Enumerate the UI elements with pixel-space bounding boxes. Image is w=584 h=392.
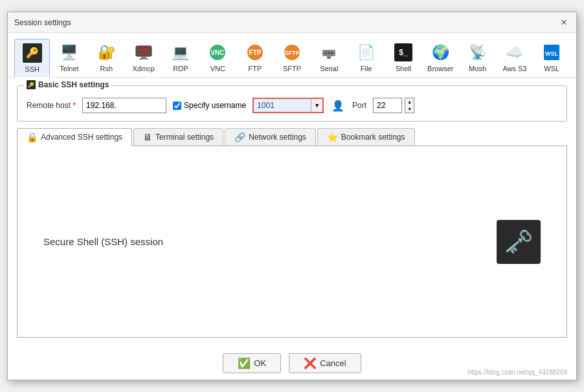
port-container: ▲ ▼ bbox=[373, 98, 414, 113]
tab-network[interactable]: 🔗 Network settings bbox=[225, 128, 316, 146]
protocol-awss3[interactable]: ☁️ Aws S3 bbox=[497, 38, 532, 77]
serial-icon bbox=[319, 42, 339, 63]
user-manager-btn[interactable]: 👤 bbox=[330, 98, 346, 113]
protocol-serial-label: Serial bbox=[320, 65, 338, 72]
port-increment-btn[interactable]: ▲ bbox=[405, 98, 414, 105]
username-dropdown-btn[interactable]: ▼ bbox=[311, 98, 324, 113]
svg-point-13 bbox=[328, 52, 330, 54]
wsl-icon: WSL bbox=[541, 42, 562, 63]
svg-point-12 bbox=[324, 52, 327, 54]
protocol-mosh[interactable]: 📡 Mosh bbox=[460, 38, 495, 77]
port-input[interactable] bbox=[373, 98, 402, 113]
protocol-telnet-label: Telnet bbox=[60, 65, 78, 72]
cancel-icon: ❌ bbox=[304, 357, 317, 369]
tab-bookmark[interactable]: ⭐ Bookmark settings bbox=[317, 128, 415, 146]
port-label: Port bbox=[352, 101, 366, 110]
port-decrement-btn[interactable]: ▼ bbox=[405, 105, 414, 113]
svg-text:SFTP: SFTP bbox=[284, 50, 299, 56]
file-icon: 📄 bbox=[356, 42, 377, 63]
protocol-rsh-label: Rsh bbox=[100, 65, 113, 72]
protocol-wsl[interactable]: WSL WSL bbox=[534, 38, 570, 77]
rsh-icon: 🔐 bbox=[96, 42, 117, 63]
protocol-sftp-label: SFTP bbox=[283, 65, 301, 72]
svg-text:VNC: VNC bbox=[211, 49, 225, 56]
basic-settings-title: 🔑 Basic SSH settings bbox=[24, 80, 111, 89]
protocol-awss3-label: Aws S3 bbox=[502, 65, 526, 72]
dialog-content: 🔑 Basic SSH settings Remote host * Speci… bbox=[8, 78, 576, 345]
protocol-ssh[interactable]: 🔑 SSH bbox=[14, 39, 50, 78]
telnet-icon: 🖥️ bbox=[59, 42, 80, 63]
svg-text:FTP: FTP bbox=[249, 49, 261, 56]
terminal-tab-icon: 🖥 bbox=[143, 132, 152, 142]
protocol-file-label: File bbox=[361, 65, 372, 72]
sftp-icon: SFTP bbox=[282, 42, 302, 63]
title-bar: Session settings × bbox=[8, 12, 576, 33]
protocol-file[interactable]: 📄 File bbox=[348, 38, 384, 77]
protocol-sftp[interactable]: SFTP SFTP bbox=[274, 38, 309, 77]
dialog-title: Session settings bbox=[14, 18, 71, 27]
protocol-shell-label: Shell bbox=[396, 65, 411, 72]
key-icon-large: 🗝️ bbox=[504, 228, 533, 256]
vnc-icon: VNC bbox=[207, 42, 228, 63]
protocol-telnet[interactable]: 🖥️ Telnet bbox=[51, 38, 87, 77]
username-input[interactable] bbox=[253, 98, 311, 113]
dialog-footer: ✅ OK ❌ Cancel https://blog.csdn.net/qq_4… bbox=[8, 345, 576, 380]
remote-host-input[interactable] bbox=[82, 98, 166, 113]
ok-icon: ✅ bbox=[238, 357, 251, 369]
close-button[interactable]: × bbox=[558, 17, 570, 28]
basic-ssh-settings-group: 🔑 Basic SSH settings Remote host * Speci… bbox=[17, 85, 567, 122]
protocol-browser-label: Browser bbox=[427, 65, 453, 72]
ok-button[interactable]: ✅ OK bbox=[223, 353, 281, 373]
awss3-icon: ☁️ bbox=[504, 42, 525, 63]
protocol-mosh-label: Mosh bbox=[469, 65, 486, 72]
ssh-key-graphic: 🗝️ bbox=[497, 220, 541, 264]
basic-settings-title-icon: 🔑 bbox=[27, 80, 36, 89]
protocol-shell[interactable]: $_ Shell bbox=[385, 38, 421, 77]
protocol-vnc-label: VNC bbox=[210, 65, 225, 72]
required-star: * bbox=[73, 101, 76, 110]
protocol-xdmcp[interactable]: Xdmcp bbox=[126, 38, 161, 77]
advanced-ssh-tab-icon: 🔒 bbox=[27, 132, 38, 142]
xdmcp-icon bbox=[133, 42, 154, 63]
cancel-button[interactable]: ❌ Cancel bbox=[289, 353, 361, 373]
browser-icon: 🌍 bbox=[430, 42, 451, 63]
protocol-ssh-label: SSH bbox=[25, 65, 39, 73]
protocol-xdmcp-label: Xdmcp bbox=[133, 65, 155, 72]
tabs-section: 🔒 Advanced SSH settings 🖥 Terminal setti… bbox=[17, 128, 567, 338]
bookmark-tab-icon: ⭐ bbox=[327, 132, 338, 142]
protocol-browser[interactable]: 🌍 Browser bbox=[423, 38, 458, 77]
username-combo: ▼ bbox=[253, 98, 324, 113]
svg-rect-15 bbox=[327, 56, 331, 59]
protocol-wsl-label: WSL bbox=[544, 65, 559, 72]
watermark: https://blog.csdn.net/qq_43288269 bbox=[468, 369, 567, 376]
svg-rect-2 bbox=[139, 58, 148, 60]
protocol-rdp-label: RDP bbox=[173, 65, 188, 72]
tab-advanced-ssh[interactable]: 🔒 Advanced SSH settings bbox=[17, 128, 132, 146]
rdp-icon: 💻 bbox=[170, 42, 191, 63]
svg-text:WSL: WSL bbox=[545, 50, 558, 57]
protocol-rsh[interactable]: 🔐 Rsh bbox=[89, 38, 124, 77]
protocol-serial[interactable]: Serial bbox=[311, 38, 347, 77]
svg-rect-1 bbox=[141, 56, 146, 58]
port-spinbox: ▲ ▼ bbox=[405, 98, 414, 113]
ftp-icon: FTP bbox=[245, 42, 265, 63]
shell-icon: $_ bbox=[393, 42, 414, 63]
network-tab-icon: 🔗 bbox=[234, 132, 245, 142]
tab-content-area: Secure Shell (SSH) session 🗝️ bbox=[17, 146, 567, 338]
svg-point-14 bbox=[331, 52, 333, 54]
protocol-rdp[interactable]: 💻 RDP bbox=[163, 38, 198, 77]
protocol-vnc[interactable]: VNC VNC bbox=[200, 38, 236, 77]
specify-username-checkbox[interactable] bbox=[173, 102, 181, 110]
ssh-session-description: Secure Shell (SSH) session bbox=[43, 236, 163, 247]
protocol-ftp-label: FTP bbox=[248, 65, 262, 72]
protocol-toolbar: 🔑 SSH 🖥️ Telnet 🔐 Rsh Xdmcp 💻 RDP bbox=[8, 33, 576, 78]
session-settings-dialog: Session settings × 🔑 SSH 🖥️ Telnet 🔐 Rsh bbox=[7, 12, 577, 380]
tabs-header: 🔒 Advanced SSH settings 🖥 Terminal setti… bbox=[17, 128, 567, 146]
basic-settings-row: Remote host * Specify username ▼ 👤 Port bbox=[27, 98, 557, 113]
ssh-icon: 🔑 bbox=[22, 43, 43, 63]
protocol-ftp[interactable]: FTP FTP bbox=[237, 38, 273, 77]
tab-terminal[interactable]: 🖥 Terminal settings bbox=[133, 128, 223, 146]
mosh-icon: 📡 bbox=[467, 42, 488, 63]
specify-username-checkbox-label[interactable]: Specify username bbox=[173, 101, 246, 110]
remote-host-label: Remote host * bbox=[27, 101, 76, 110]
